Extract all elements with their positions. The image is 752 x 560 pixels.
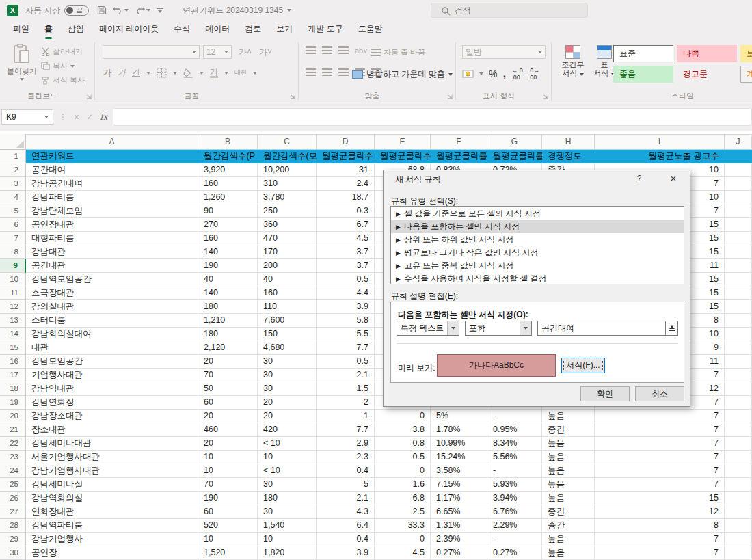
tab-2[interactable]: 홈 <box>37 20 60 40</box>
phonetic-button[interactable]: 내천 <box>234 70 247 76</box>
cell[interactable]: - <box>487 464 542 478</box>
cell[interactable]: 기업행사대관 <box>26 369 198 382</box>
increase-font-icon[interactable]: 가˄ <box>239 46 252 58</box>
cell[interactable]: - <box>487 533 542 546</box>
cell[interactable]: 6.65% <box>431 505 487 519</box>
cell[interactable]: 180 <box>198 328 258 341</box>
align-top-icon[interactable] <box>306 46 316 54</box>
tab-3[interactable]: 삽입 <box>60 20 92 40</box>
cell[interactable] <box>725 191 752 204</box>
cell[interactable]: 높음 <box>542 451 595 464</box>
cell[interactable]: 3.7 <box>317 245 375 259</box>
cell[interactable]: 170 <box>258 245 317 259</box>
formula-input[interactable] <box>113 108 752 126</box>
font-size-select[interactable]: 12 <box>203 45 232 59</box>
cell[interactable]: 강남공간대여 <box>26 177 198 191</box>
tab-6[interactable]: 데이터 <box>198 20 237 40</box>
cell[interactable]: 장소대관 <box>26 423 198 437</box>
cell[interactable]: 180 <box>258 492 317 505</box>
cell[interactable]: 50 <box>198 382 258 396</box>
cell[interactable]: 7 <box>595 546 725 560</box>
operand-type-select[interactable]: 특정 텍스트 <box>397 321 459 336</box>
cell[interactable] <box>725 382 752 396</box>
tab-10[interactable]: 도움말 <box>351 20 390 40</box>
cell[interactable]: 월평균노출 광고수 <box>595 150 725 163</box>
rule-type-item-6[interactable]: ▶수식을 사용하여 서식을 지정할 셀 결정 <box>391 272 684 284</box>
cell[interactable] <box>725 451 752 464</box>
cell[interactable]: 2 <box>317 396 375 410</box>
operator-select[interactable]: 포함 <box>465 321 532 336</box>
redo-dropdown-icon[interactable] <box>146 9 150 12</box>
tab-8[interactable]: 보기 <box>269 20 300 40</box>
cell[interactable]: 5% <box>431 410 487 423</box>
cell[interactable]: 중간 <box>542 423 595 437</box>
cell[interactable]: 강남파티룸 <box>26 191 198 204</box>
cell[interactable]: 높음 <box>542 546 595 560</box>
conditional-formatting-button[interactable]: 조건부서식 <box>557 45 589 78</box>
search-bar[interactable] <box>431 3 588 18</box>
cell[interactable]: 월평균클릭수 <box>317 150 375 163</box>
row-number-16[interactable]: 16 <box>0 355 26 369</box>
cell[interactable]: < 10 <box>258 437 317 451</box>
cell[interactable]: 190 <box>198 492 258 505</box>
cell[interactable]: 소극장대관 <box>26 286 198 300</box>
underline-dropdown-icon[interactable] <box>146 72 150 75</box>
cell[interactable]: 서울기업행사대관 <box>26 451 198 464</box>
cell[interactable] <box>725 177 752 191</box>
autosave-toggle[interactable]: 자동 저장 끔 <box>25 5 89 16</box>
cell[interactable]: 0.4 <box>317 464 375 478</box>
cell[interactable]: 60 <box>198 396 258 410</box>
row-number-26[interactable]: 26 <box>0 492 26 505</box>
operand-dropdown-icon[interactable] <box>447 321 459 335</box>
cell[interactable]: 140 <box>198 286 258 300</box>
row-number-5[interactable]: 5 <box>0 204 26 218</box>
cell[interactable]: 60 <box>198 505 258 519</box>
collapse-dialog-icon[interactable] <box>665 321 677 335</box>
undo-button[interactable] <box>113 6 129 15</box>
rule-type-item-2[interactable]: ▶다음을 포함하는 셀만 서식 지정 <box>391 220 684 233</box>
row-number-23[interactable]: 23 <box>0 451 26 464</box>
row-number-19[interactable]: 19 <box>0 396 26 410</box>
merge-center-button[interactable]: 병합하고 가운데 맞춤 <box>352 68 453 80</box>
row-number-1[interactable]: 1 <box>0 150 26 163</box>
cell[interactable]: 160 <box>198 177 258 191</box>
cell[interactable]: 360 <box>258 218 317 232</box>
cell[interactable]: 7 <box>595 464 725 478</box>
cell[interactable]: 4.3 <box>317 505 375 519</box>
select-all-corner[interactable] <box>0 134 26 150</box>
cell[interactable]: 스터디룸 <box>26 314 198 328</box>
cell[interactable]: 270 <box>198 218 258 232</box>
cell[interactable]: 20 <box>198 437 258 451</box>
cell[interactable]: < 10 <box>258 464 317 478</box>
cancel-button[interactable]: 취소 <box>635 386 684 401</box>
cell[interactable] <box>725 437 752 451</box>
save-button[interactable] <box>97 5 107 15</box>
font-color-dropdown-icon[interactable] <box>224 72 228 75</box>
cell[interactable]: 6.7 <box>317 218 375 232</box>
cell[interactable]: 7 <box>595 478 725 492</box>
cell[interactable]: 30 <box>258 505 317 519</box>
row-number-12[interactable]: 12 <box>0 300 26 314</box>
cell[interactable]: 0.5 <box>375 451 431 464</box>
percent-style-button[interactable]: % <box>489 68 497 79</box>
row-number-30[interactable]: 30 <box>0 546 26 560</box>
cell-style-나쁨[interactable]: 나쁨 <box>677 45 737 62</box>
paste-dropdown-icon[interactable] <box>20 78 24 81</box>
increase-decimal-icon[interactable]: ←.0.00 <box>511 67 523 81</box>
cell[interactable]: 40 <box>198 273 258 286</box>
row-number-11[interactable]: 11 <box>0 286 26 300</box>
cell[interactable]: 강남세미나대관 <box>26 437 198 451</box>
borders-icon[interactable] <box>157 68 167 78</box>
cell[interactable]: 30 <box>258 382 317 396</box>
row-number-7[interactable]: 7 <box>0 232 26 245</box>
document-title[interactable]: 연관키워드 20240319 1345 <box>183 5 291 16</box>
row-number-13[interactable]: 13 <box>0 314 26 328</box>
cell[interactable]: 연관키워드 <box>26 150 198 163</box>
tab-9[interactable]: 개발 도구 <box>300 20 350 40</box>
bold-button[interactable]: 가 <box>103 67 111 79</box>
cell[interactable]: 0.27% <box>431 546 487 560</box>
cell[interactable]: 160 <box>258 286 317 300</box>
cell[interactable]: 중간 <box>542 519 595 533</box>
cell[interactable]: 90 <box>198 204 258 218</box>
row-number-29[interactable]: 29 <box>0 533 26 546</box>
